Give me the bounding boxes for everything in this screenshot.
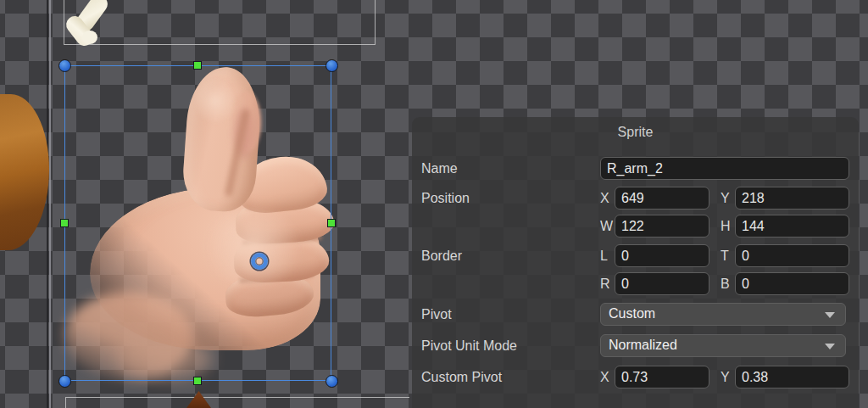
border-b-input[interactable] — [735, 272, 849, 295]
sprite-panel: Sprite Name Position X Y W H Border L T — [412, 117, 859, 408]
custom-pivot-row: Custom Pivot X Y — [412, 366, 859, 388]
custom-pivot-label: Custom Pivot — [421, 366, 502, 388]
border-lt-fields: L T — [600, 244, 849, 267]
position-wh-fields: W H — [600, 215, 849, 238]
pivot-unit-mode-dropdown-value: Normalized — [609, 338, 677, 352]
position-x-prefix: X — [600, 187, 615, 210]
position-w-prefix: W — [600, 215, 615, 238]
border-l-prefix: L — [600, 244, 615, 267]
border-t-prefix: T — [721, 244, 735, 267]
sprite-selection-rect[interactable] — [64, 65, 331, 381]
border-label: Border — [421, 244, 462, 267]
border-rb-fields: R B — [600, 272, 849, 295]
position-y-input[interactable] — [735, 187, 849, 210]
chevron-down-icon — [825, 312, 835, 318]
position-xy-fields: X Y — [600, 187, 849, 210]
selection-handle-top-right[interactable] — [326, 59, 338, 72]
selection-handle-bottom-mid[interactable] — [193, 377, 202, 385]
pivot-unit-mode-row: Pivot Unit Mode Normalized — [412, 334, 859, 357]
pivot-marker[interactable] — [251, 253, 268, 270]
panel-title: Sprite — [412, 123, 859, 142]
pivot-unit-mode-dropdown[interactable]: Normalized — [600, 334, 846, 357]
name-row: Name — [412, 157, 859, 180]
custom-pivot-y-prefix: Y — [721, 366, 735, 388]
position-x-input[interactable] — [615, 187, 709, 210]
custom-pivot-x-prefix: X — [600, 366, 615, 388]
pivot-dropdown-value: Custom — [609, 306, 655, 321]
selection-handle-left-mid[interactable] — [60, 219, 69, 227]
position-h-input[interactable] — [735, 215, 849, 238]
position-y-prefix: Y — [721, 187, 735, 210]
pivot-row: Pivot Custom — [412, 303, 859, 326]
border-t-input[interactable] — [735, 244, 849, 267]
border-r-input[interactable] — [615, 272, 709, 295]
custom-pivot-y-input[interactable] — [735, 366, 849, 388]
border-row-rb: R B — [412, 272, 859, 295]
pivot-unit-mode-label: Pivot Unit Mode — [421, 334, 517, 357]
chevron-down-icon — [825, 344, 835, 349]
position-h-prefix: H — [721, 215, 735, 238]
selection-handle-right-mid[interactable] — [327, 219, 336, 227]
selection-handle-top-left[interactable] — [58, 59, 71, 72]
name-input[interactable] — [600, 157, 849, 180]
custom-pivot-fields: X Y — [600, 366, 849, 388]
border-r-prefix: R — [600, 272, 615, 295]
position-w-input[interactable] — [615, 215, 709, 238]
border-b-prefix: B — [721, 272, 735, 295]
position-label: Position — [421, 187, 470, 210]
border-l-input[interactable] — [615, 244, 709, 267]
pivot-dropdown[interactable]: Custom — [600, 303, 846, 326]
name-label: Name — [421, 157, 458, 180]
selection-handle-top-mid[interactable] — [193, 61, 202, 70]
selection-handle-bottom-right[interactable] — [326, 375, 338, 388]
position-row-wh: W H — [412, 215, 859, 238]
position-row-xy: Position X Y — [412, 187, 859, 210]
custom-pivot-x-input[interactable] — [615, 366, 709, 388]
pivot-label: Pivot — [421, 303, 452, 326]
selection-handle-bottom-left[interactable] — [58, 375, 71, 388]
border-row-lt: Border L T — [412, 244, 859, 267]
